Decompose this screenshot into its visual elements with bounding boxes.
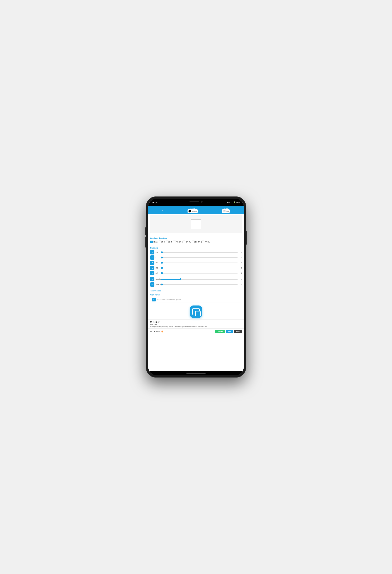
shadow-icon-button[interactable]: ⚙ [150,277,155,281]
volume-down-button[interactable] [145,237,146,247]
power-button[interactable] [246,231,247,245]
option-trbl-label: TR-BL [205,241,210,243]
checkbox-none[interactable]: ✓ [150,241,153,243]
gradient-option-tb[interactable]: T-B [159,241,165,243]
rt-value: 0 [239,262,242,264]
app-icon-area [148,303,244,319]
ui-helper-description: Make good UI by following simple rules w… [150,326,242,328]
stroke-thumb[interactable] [161,284,163,286]
rt-track [161,263,237,263]
checkbox-bt[interactable] [166,241,169,243]
view-name-placeholder: Enter view name here e.g linear1 [157,299,182,301]
back-button[interactable]: ‹ [162,208,163,212]
shadow-slider[interactable] [161,278,237,281]
checkbox-tlbr[interactable] [173,241,176,243]
speaker [189,201,199,202]
top-toolbar: ‹ Stroke 000000 Color1 ### [148,206,244,214]
checkbox-brtl[interactable] [182,241,185,243]
gradient-option-bltr[interactable]: BL-TR [192,241,200,243]
controls-title: Controls [150,247,242,249]
control-row-rt: ↗ RT 0 [150,261,242,265]
gradient-option-brtl[interactable]: BR-TL [182,241,191,243]
checkbox-tb[interactable] [159,241,161,243]
app-icon[interactable] [190,306,202,318]
divider-3 [152,276,240,276]
rate-button[interactable]: Rate [226,330,233,333]
stroke-icon-button[interactable]: ◎ [150,282,155,287]
all-icon-button[interactable]: ⊞ [150,271,155,275]
rb-slider[interactable] [161,266,237,269]
rb-track [161,268,237,268]
donate-button[interactable]: Donate [215,330,225,333]
lb-icon-button[interactable]: ↙ [150,250,155,254]
app-content: ‹ Stroke 000000 Color1 ### [148,206,244,371]
stroke-label: Stroke [190,207,195,209]
checkbox-trbl[interactable] [201,241,204,243]
all-value: 0 [239,272,242,274]
control-row-shadow: ⚙ Shadow 5 [150,277,242,281]
all-label: All [156,272,160,274]
rt-thumb[interactable] [161,262,163,264]
option-none-label: None [154,241,158,243]
stroke-ctrl-label: Stroke [156,284,160,286]
battery-pct: 60% [236,202,240,204]
help-button[interactable]: Help [234,330,242,333]
lb-track [161,252,237,253]
status-bar: 20:34 LTE ▲ 🔋 60% [148,199,244,206]
checkbox-bltr[interactable] [192,241,195,243]
stroke-value: 0 [239,284,242,286]
rb-icon-button[interactable]: ↘ [150,266,155,270]
gradient-option-trbl[interactable]: TR-BL [201,241,210,243]
shadow-thumb[interactable] [179,278,181,280]
brand-name: Milz (CRN™) [150,330,160,332]
stroke-color-box[interactable]: 000000 [188,209,198,213]
option-tlbr-label: TL-BR [176,241,181,243]
rb-thumb[interactable] [161,267,163,269]
volume-up-button[interactable] [145,227,146,235]
control-row-rb: ↘ RB 0 [150,266,242,270]
option-bt-label: B-T [169,241,172,243]
stroke-toolbar-item: Stroke 000000 [188,207,198,213]
lt-icon-button[interactable]: ↖ [150,255,155,260]
gradient-option-none[interactable]: ✓ None [150,241,158,243]
status-time: 20:34 [152,201,157,204]
battery-icon: 🔋 [234,202,236,204]
rt-slider[interactable] [161,261,237,264]
stroke-color-hex: 000000 [192,210,197,212]
lb-slider[interactable] [161,251,237,254]
lt-slider[interactable] [161,256,237,259]
lt-track [161,257,237,258]
lb-thumb[interactable] [161,251,163,253]
rt-icon-button[interactable]: ↗ [150,261,155,265]
color1-label: Color1 [224,207,228,209]
all-track [161,273,237,273]
bottom-actions: Donate Rate Help [215,330,242,333]
view-name-title: View name [150,294,242,296]
control-row-lb: ↙ LB 0 [150,250,242,254]
shadow-label: Shadow [156,278,160,280]
brand-area: Milz (CRN™) 🔥 [150,330,163,332]
gradient-title: Gradient direction [150,237,242,239]
option-tb-label: T-B [162,241,165,243]
lt-thumb[interactable] [161,257,163,259]
home-bar[interactable] [186,373,206,374]
option-bltr-label: BL-TR [195,241,200,243]
ui-helper-greeting: Hell User, [150,323,242,325]
gradient-options: ✓ None T-B B-T TL-BR [150,241,242,243]
view-name-input-row[interactable]: ⊞ Enter view name here e.g linear1 [150,297,242,302]
gradient-option-bt[interactable]: B-T [166,241,172,243]
color1-color-box[interactable]: ### [222,209,230,213]
stroke-slider[interactable] [161,283,237,286]
all-thumb[interactable] [161,272,163,274]
color1-color-hex: ### [226,210,229,212]
gradient-option-tlbr[interactable]: TL-BR [173,241,181,243]
divider-2 [150,245,242,246]
all-slider[interactable] [161,272,237,275]
stroke-track [161,284,237,285]
gradient-section: Gradient direction ✓ None T-B B-T [148,236,244,245]
stroke-color-swatch [189,210,191,212]
lt-value: 0 [239,257,242,259]
notch [182,199,210,205]
rb-label: RB [156,267,160,269]
fire-icon: 🔥 [161,330,163,332]
